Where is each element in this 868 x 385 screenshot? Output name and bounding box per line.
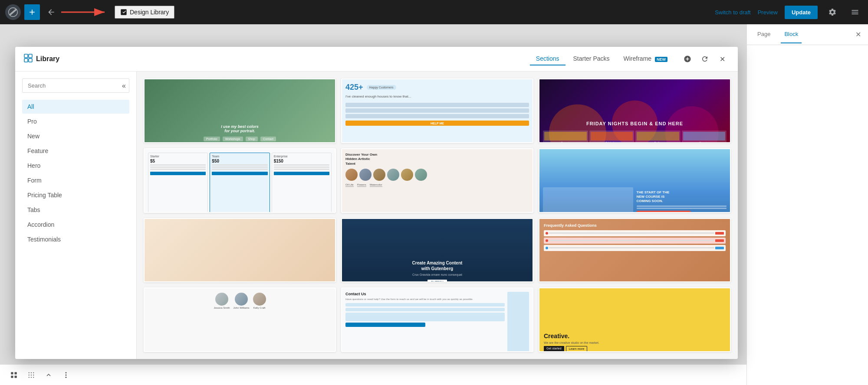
library-header-icons: ✕	[681, 52, 729, 66]
template-card-friday[interactable]: FRIDAY NIGHTS BEGIN & END HERE Concerts …	[539, 78, 731, 143]
arrow-svg	[59, 6, 111, 19]
back-container	[43, 4, 111, 20]
grid-view-svg	[27, 371, 35, 379]
filter-form[interactable]: Form	[22, 173, 129, 187]
chevron-up-svg	[45, 371, 53, 379]
library-logo-icon	[24, 54, 33, 64]
template-card-fashion[interactable]: PRO Dresses Handbags Hats	[144, 218, 336, 283]
filter-hero[interactable]: Hero	[22, 159, 129, 173]
svg-point-8	[33, 372, 34, 373]
chevron-up-icon[interactable]	[42, 368, 56, 382]
svg-point-15	[66, 372, 67, 373]
library-filter-panel: « All Pro New Feature Hero Form Pricing …	[15, 72, 137, 359]
svg-point-6	[29, 372, 30, 373]
library-modal: Library Sections Starter Packs Wireframe…	[15, 47, 738, 359]
admin-bar-icon[interactable]	[847, 4, 863, 20]
add-block-button[interactable]	[24, 4, 40, 20]
tab-starter-packs[interactable]: Starter Packs	[567, 52, 616, 65]
template-card-team[interactable]: Jessica Smith John Williams Kelly Craft	[144, 287, 336, 352]
svg-rect-18	[24, 54, 28, 58]
svg-rect-5	[15, 375, 17, 378]
preview-button[interactable]: Preview	[758, 9, 778, 16]
block-view-icon[interactable]	[7, 368, 21, 382]
settings-icon-button[interactable]	[825, 4, 840, 20]
tab-block[interactable]: Block	[781, 26, 802, 43]
svg-rect-4	[15, 372, 17, 374]
library-svg-icon	[24, 54, 33, 62]
filter-pricing-table[interactable]: Pricing Table	[22, 188, 129, 202]
gear-icon	[828, 8, 837, 16]
design-library-label: Design Library	[130, 9, 169, 16]
plus-circle-icon[interactable]	[681, 52, 694, 66]
bottom-bar	[0, 364, 746, 385]
collapse-button[interactable]: «	[122, 82, 126, 90]
close-modal-button[interactable]: ✕	[715, 52, 729, 66]
filter-feature[interactable]: Feature	[22, 144, 129, 158]
switch-draft-link[interactable]: Switch to draft	[715, 9, 750, 16]
top-bar: Design Library Switch to draft Preview U…	[0, 0, 868, 24]
svg-rect-20	[24, 59, 28, 62]
card-visual-course: THE START OF THENEW COURSE ISCOMING SOON…	[539, 149, 730, 213]
plus-circle-svg	[684, 55, 691, 63]
svg-point-7	[31, 372, 32, 373]
template-card-faq[interactable]: Frequently Asked Questions	[539, 218, 731, 283]
wordpress-logo[interactable]	[5, 4, 21, 20]
back-button[interactable]	[43, 4, 59, 20]
template-card-pricing[interactable]: PRO Starter $5 Team $50	[144, 148, 336, 213]
tab-page[interactable]: Page	[754, 26, 774, 43]
svg-point-9	[29, 374, 30, 375]
svg-rect-3	[11, 375, 13, 378]
card-visual-pricing: Starter $5 Team $50	[145, 149, 335, 213]
filter-tabs[interactable]: Tabs	[22, 203, 129, 217]
search-container: «	[22, 78, 129, 93]
wp-icon	[8, 7, 18, 17]
svg-rect-21	[29, 59, 32, 62]
template-card-course[interactable]: THE START OF THENEW COURSE ISCOMING SOON…	[539, 148, 731, 213]
library-body: « All Pro New Feature Hero Form Pricing …	[15, 72, 738, 359]
svg-rect-2	[11, 372, 13, 374]
tab-wireframe[interactable]: Wireframe NEW	[618, 52, 674, 65]
template-card-portfolio[interactable]: I use my best colorsfor your portrait. P…	[144, 78, 336, 143]
tab-sections[interactable]: Sections	[530, 52, 566, 65]
card-visual-cleaning: 425+ Happy Customers I've cleaned enough…	[342, 79, 533, 143]
red-arrow-indicator	[59, 6, 111, 19]
svg-point-17	[66, 376, 67, 378]
svg-point-10	[31, 374, 32, 375]
library-title: Library	[36, 55, 59, 63]
filter-all[interactable]: All	[22, 100, 129, 114]
grid-view-icon[interactable]	[24, 368, 38, 382]
card-visual-talent: Discover Your OwnHidden ArtisticTalent O…	[342, 149, 533, 213]
svg-point-13	[31, 377, 32, 378]
library-content-grid: I use my best colorsfor your portrait. P…	[137, 72, 738, 359]
template-card-creative[interactable]: Creative. We are the creative studio on …	[539, 287, 731, 352]
update-button[interactable]: Update	[785, 6, 818, 19]
refresh-svg	[701, 55, 709, 63]
card-visual-faq: Frequently Asked Questions	[539, 219, 730, 283]
svg-point-14	[33, 377, 34, 378]
card-visual-fashion: Dresses Handbags Hats	[145, 219, 335, 283]
filter-accordion[interactable]: Accordion	[22, 218, 129, 232]
card-visual-portfolio: I use my best colorsfor your portrait. P…	[145, 79, 335, 143]
filter-testimonials[interactable]: Testimonials	[22, 232, 129, 246]
block-view-svg	[10, 371, 18, 379]
template-card-contact[interactable]: Contact Us Have questions or need help? …	[341, 287, 533, 352]
filter-pro[interactable]: Pro	[22, 114, 129, 128]
template-card-cleaning[interactable]: 425+ Happy Customers I've cleaned enough…	[341, 78, 533, 143]
template-card-gutenberg[interactable]: Create Amazing Contentwith Gutenberg Cru…	[341, 218, 533, 283]
card-visual-team: Jessica Smith John Williams Kelly Craft	[145, 288, 335, 352]
refresh-icon[interactable]	[698, 52, 712, 66]
card-visual-gutenberg: Create Amazing Contentwith Gutenberg Cru…	[342, 219, 533, 283]
svg-point-12	[29, 377, 30, 378]
card-visual-contact: Contact Us Have questions or need help? …	[342, 288, 533, 352]
back-icon	[47, 8, 56, 16]
template-card-talent[interactable]: Discover Your OwnHidden ArtisticTalent O…	[341, 148, 533, 213]
new-badge: NEW	[655, 57, 667, 62]
more-options-icon[interactable]	[59, 368, 73, 382]
right-sidebar-tabs: Page Block ✕	[747, 24, 868, 45]
close-sidebar-button[interactable]: ✕	[855, 30, 861, 39]
filter-new[interactable]: New	[22, 129, 129, 143]
library-tabs: Sections Starter Packs Wireframe NEW	[530, 52, 674, 65]
search-input[interactable]	[22, 78, 129, 93]
card-visual-friday: FRIDAY NIGHTS BEGIN & END HERE Concerts …	[539, 79, 730, 143]
design-library-button[interactable]: Design Library	[115, 6, 174, 19]
